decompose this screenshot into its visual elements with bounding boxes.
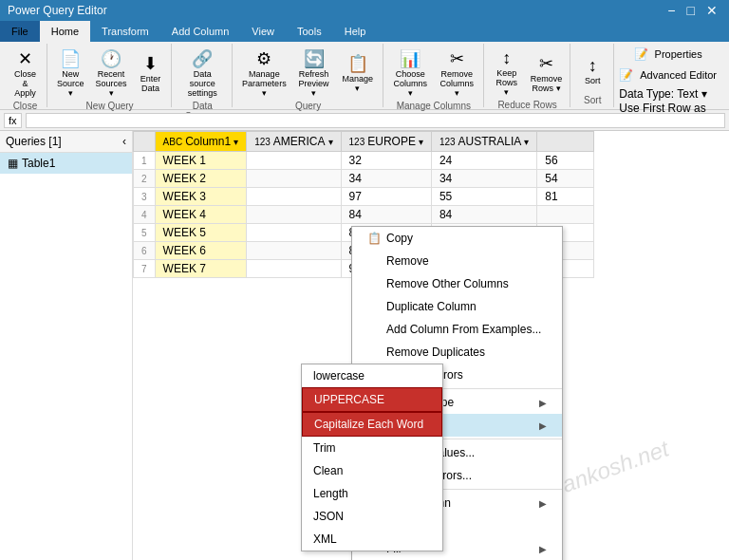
table-row: 1 WEEK 1 32 24 56 (134, 152, 594, 170)
keep-rows-button[interactable]: ↕ KeepRows ▾ (489, 46, 525, 100)
australia-cell: 34 (431, 170, 536, 188)
tab-file[interactable]: File (0, 21, 40, 42)
manage-parameters-button[interactable]: ⚙ ManageParameters ▾ (237, 46, 290, 101)
remove-columns-button[interactable]: ✂ RemoveColumns ▾ (435, 46, 479, 101)
america-cell (247, 170, 341, 188)
manage-button[interactable]: 📋 Manage ▾ (337, 50, 379, 96)
keep-rows-icon: ↕ (502, 48, 511, 68)
tab-tools[interactable]: Tools (286, 21, 333, 42)
menu-duplicate-column[interactable]: Duplicate Column (352, 295, 562, 318)
enter-data-button[interactable]: ⬇ EnterData (133, 50, 167, 96)
col1-cell[interactable]: WEEK 5 (155, 224, 247, 242)
transform-ribbon-group: 📝 Properties 📝 Advanced Editor Data Type… (615, 44, 725, 107)
extra-header[interactable] (537, 132, 594, 152)
america-cell (247, 260, 341, 278)
column1-type-icon: ABC (163, 137, 183, 147)
america-filter-icon[interactable]: ▾ (328, 137, 333, 147)
new-source-icon: 📄 (60, 48, 81, 69)
sort-button[interactable]: ↕ Sort (575, 53, 609, 88)
america-cell (247, 224, 341, 242)
australia-header[interactable]: 123 AUSTRALIA ▾ (431, 132, 536, 152)
extra-cell: 56 (537, 152, 594, 170)
title-bar: Power Query Editor − □ ✕ (0, 0, 729, 21)
col1-cell[interactable]: WEEK 1 (155, 152, 247, 170)
australia-cell: 24 (431, 152, 536, 170)
new-query-label: New Query (52, 101, 168, 111)
america-cell (247, 206, 341, 224)
properties-button[interactable]: Properties (650, 46, 707, 63)
menu-add-column-from-examples[interactable]: Add Column From Examples... (352, 318, 562, 341)
extra-cell (537, 206, 594, 224)
row-num-cell: 6 (134, 242, 156, 260)
refresh-preview-button[interactable]: 🔄 RefreshPreview ▾ (293, 46, 335, 101)
manage-columns-group: 📊 ChooseColumns ▾ ✂ RemoveColumns ▾ Mana… (384, 44, 484, 107)
australia-cell: 84 (431, 206, 536, 224)
col1-cell[interactable]: WEEK 4 (155, 206, 247, 224)
america-cell (247, 188, 341, 206)
minimize-button[interactable]: − (664, 3, 679, 18)
column1-header[interactable]: ABC Column1 ▾ (155, 132, 247, 152)
query-group-label: Query (237, 101, 379, 111)
europe-filter-icon[interactable]: ▾ (419, 137, 423, 147)
extra-cell: 54 (537, 170, 594, 188)
choose-columns-icon: 📊 (400, 48, 421, 69)
sidebar-item-table1[interactable]: ▦ Table1 (0, 153, 132, 174)
submenu-capitalize-each-word[interactable]: Capitalize Each Word (302, 412, 442, 437)
col1-cell[interactable]: WEEK 3 (155, 188, 247, 206)
close-group-label: Close (8, 101, 43, 111)
sidebar-collapse-icon[interactable]: ‹ (122, 135, 126, 148)
new-source-button[interactable]: 📄 NewSource ▾ (52, 46, 89, 101)
menu-remove[interactable]: Remove (352, 250, 562, 272)
close-group: ✕ Close &Apply Close (4, 44, 47, 107)
submenu-uppercase[interactable]: UPPERCASE (302, 387, 442, 412)
menu-copy[interactable]: 📋Copy (352, 227, 562, 250)
col1-cell[interactable]: WEEK 2 (155, 170, 247, 188)
tab-help[interactable]: Help (333, 21, 378, 42)
row-num-cell: 4 (134, 206, 156, 224)
menu-remove-other-columns[interactable]: Remove Other Columns (352, 272, 562, 295)
close-button[interactable]: ✕ (702, 3, 721, 18)
copy-icon: 📋 (367, 232, 383, 245)
transform-arrow: ▶ (539, 420, 547, 431)
data-sources-group: 🔗 Data sourcesettings Data Sources (173, 44, 233, 107)
main-area: Queries [1] ‹ ▦ Table1 ABC Column1 ▾ (0, 131, 729, 560)
menu-remove-duplicates[interactable]: Remove Duplicates (352, 341, 562, 364)
formula-label: fx (4, 113, 22, 128)
change-type-arrow: ▶ (539, 398, 547, 408)
europe-type-icon: 123 (349, 137, 365, 147)
tab-view[interactable]: View (240, 21, 286, 42)
recent-sources-button[interactable]: 🕐 RecentSources ▾ (91, 46, 132, 101)
europe-header[interactable]: 123 EUROPE ▾ (341, 132, 431, 152)
col1-cell[interactable]: WEEK 7 (155, 260, 247, 278)
submenu-json[interactable]: JSON (302, 505, 442, 528)
tab-home[interactable]: Home (40, 21, 90, 42)
table-row: 4 WEEK 4 84 84 (134, 206, 594, 224)
choose-columns-button[interactable]: 📊 ChooseColumns ▾ (388, 46, 433, 101)
tab-add-column[interactable]: Add Column (160, 21, 241, 42)
data-source-settings-button[interactable]: 🔗 Data sourcesettings (177, 46, 228, 101)
australia-filter-icon[interactable]: ▾ (524, 137, 529, 147)
tab-transform[interactable]: Transform (90, 21, 160, 42)
table-icon: ▦ (8, 157, 18, 170)
submenu-xml[interactable]: XML (302, 528, 442, 551)
submenu-length[interactable]: Length (302, 482, 442, 505)
submenu-trim[interactable]: Trim (302, 437, 442, 459)
row-num-cell: 1 (134, 152, 156, 170)
row-num-cell: 3 (134, 188, 156, 206)
data-type-option[interactable]: Data Type: Text ▾ (619, 87, 721, 101)
remove-rows-icon: ✂ (539, 53, 553, 74)
submenu-clean[interactable]: Clean (302, 459, 442, 482)
submenu-lowercase[interactable]: lowercase (302, 364, 442, 387)
advanced-editor-button[interactable]: Advanced Editor (635, 66, 721, 84)
maximize-button[interactable]: □ (683, 3, 699, 18)
split-arrow: ▶ (539, 498, 547, 509)
sort-icon: ↕ (589, 56, 597, 76)
america-header[interactable]: 123 AMERICA ▾ (247, 132, 341, 152)
row-num-header (134, 132, 156, 152)
col1-cell[interactable]: WEEK 6 (155, 242, 247, 260)
close-apply-button[interactable]: ✕ Close &Apply (8, 46, 43, 101)
column1-filter-icon[interactable]: ▾ (234, 137, 238, 147)
formula-input[interactable] (26, 113, 725, 128)
properties-icon: 📝 (634, 47, 648, 61)
remove-rows-button[interactable]: ✂ RemoveRows ▾ (527, 50, 566, 96)
